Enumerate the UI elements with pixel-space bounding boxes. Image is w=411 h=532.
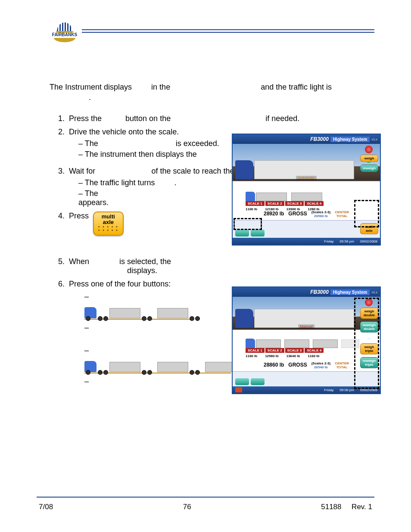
text: Press [69,212,89,221]
scale-tab: SCALE 1 [246,348,265,353]
total-label: TOTAL [336,214,348,218]
scale-value: 1160 lb [246,354,257,358]
total-label: TOTAL [336,365,348,369]
step-1: Press the button on the if needed. [67,114,374,123]
mode-label: Manual [298,324,314,329]
scale-value: 13640 lb [286,354,300,358]
trailer-icon [157,362,188,372]
scale-value: 12980 lb [265,354,279,358]
text: Drive the vehicle onto the scale. [69,128,179,136]
tool-button[interactable] [235,230,249,236]
center-label: CENTER [335,210,349,214]
fb3000-label: FB3000 [310,136,329,142]
trailer-icon [157,308,188,318]
footer-time: 05:56 pm [340,240,354,243]
fb3000-label: FB3000 [310,289,329,295]
text: appears. [78,198,109,207]
flag-icon [235,387,242,392]
truck-photo-icon [235,153,354,179]
text: displays. [127,266,157,275]
trailer-icon [109,362,140,372]
footer-day: Friday [324,388,333,392]
tool-button[interactable] [251,378,265,385]
text: . [89,93,91,102]
scale-tab-values: 1160 lb 12980 lb 13640 lb 1160 lb [246,354,319,358]
scale-tab: SCALE 4 [305,348,324,353]
header-rule [82,32,374,33]
footer-time: 05:00 pm [340,388,354,392]
trailer-icon [109,308,140,318]
text: in the [151,83,170,91]
text: and the traffic light is [261,83,332,91]
scale-tab: SCALE 4 [305,201,324,206]
header-rule [82,29,374,30]
tool-buttons [233,377,274,386]
scale-value: 1160 lb [308,354,319,358]
scale-photo-panel: Automatic [233,144,380,181]
scale-tabs: SCALE 1 SCALE 2 SCALE 3 SCALE 4 [246,201,324,206]
step-5: When is selected, the displays. [67,257,374,275]
text: Press the [69,114,102,123]
screenshot-footer: Friday 05:56 pm 05/02/2008 [233,238,380,245]
tool-button[interactable] [235,378,249,385]
weigh-button[interactable]: weigh [360,155,378,162]
footer-date: 7/08 [39,503,53,511]
text: of the scale to reach the [151,167,234,175]
ribbon-icon [54,38,75,42]
truck-cab-icon [84,307,97,318]
text: if needed. [265,114,299,123]
globe-icon [57,22,72,32]
callout-box [234,218,262,230]
footer-date: 05/02/2008 [360,240,377,243]
callout-box [354,298,379,389]
center-label: CENTER [335,361,349,365]
text: is selected, the [119,257,171,266]
gross-weight: 28920 lb [264,211,284,218]
tool-button[interactable] [251,230,265,236]
multi-axle-button[interactable]: multi axle • • • • • • • • • • [93,212,124,236]
text: The traffic light turns [85,178,155,187]
scale-tab: SCALE 2 [265,201,284,206]
callout-box [354,200,379,227]
scale-tab: SCALE 3 [285,348,304,353]
screenshot-header: FB3000 Highway System v1.x [233,134,380,144]
reweigh-button[interactable]: reweigh [360,165,378,172]
truck-cab-icon [84,361,97,372]
intro-paragraph: The Instrument displays in the and the t… [50,82,374,103]
text: Wait for [69,167,95,175]
center-weight: 26540 lb [314,365,328,369]
dots-icon: • • • • • [98,229,118,232]
scale-tab: SCALE 3 [285,201,304,206]
scale-tabs: SCALE 1 SCALE 2 SCALE 3 SCALE 4 [246,348,324,353]
text: Press one of the four buttons: [69,280,171,288]
text: The [85,139,98,148]
doc-revision: 51188 Rev. 1 [321,503,372,511]
text: is exceeded. [176,139,219,148]
text: button on the [125,114,171,123]
sidebar-group-label: … [361,146,378,152]
logo-text: FAIRBANKS [50,32,80,37]
text: The instrument then displays the [85,150,197,159]
text: . [174,178,176,187]
page-number: 76 [183,503,191,511]
gross-label: GROSS [288,362,307,370]
gross-label: GROSS [288,211,307,218]
fb3000-screenshot-1: FB3000 Highway System v1.x Automatic SCA… [232,134,381,246]
highway-system-label: Highway System [330,289,370,295]
scale-tab: SCALE 1 [246,201,265,206]
text: The [85,189,98,198]
fb3000-screenshot-2: FB3000 Highway System v1.x Manual [232,286,381,394]
scale-tab: SCALE 2 [265,348,284,353]
footer-rule [37,497,374,498]
gross-weight: 28860 lb [264,362,284,370]
fairbanks-logo: FAIRBANKS [50,22,80,42]
screenshot-header: FB3000 Highway System v1.x [233,287,380,297]
highway-system-label: Highway System [330,137,370,142]
page-footer: 7/08 76 51188 Rev. 1 [39,503,372,511]
truck-photo-icon [235,302,354,328]
center-weight: 26560 lb [314,214,328,218]
text: When [69,257,89,266]
text: The Instrument displays [50,83,132,91]
footer-day: Friday [324,240,333,243]
mode-label: Automatic [296,176,317,180]
